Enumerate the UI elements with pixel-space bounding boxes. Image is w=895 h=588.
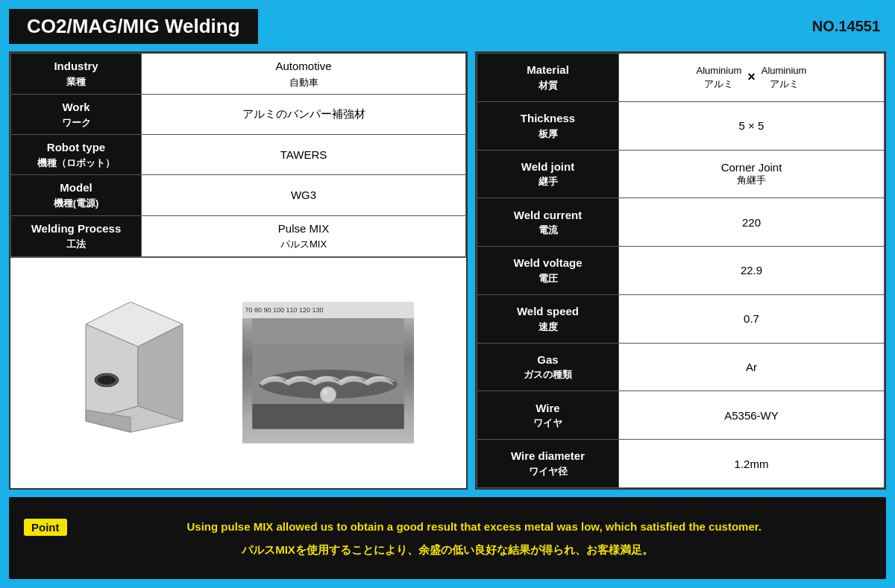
right-label-cell: Weld voltage電圧 — [477, 247, 619, 295]
right-label-cell: Gasガスの種類 — [477, 343, 619, 391]
left-label-cell: Welding Process工法 — [11, 215, 142, 256]
right-table-row: Thickness板厚5 × 5 — [477, 101, 885, 150]
point-text-japanese: パルスMIXを使用することにより、余盛の低い良好な結果が得られ、お客様満足。 — [24, 543, 871, 557]
right-info-table: Material材質 Aluminium アルミ × Aluminium アルミ… — [477, 53, 885, 488]
right-label-cell: Weld joint継手 — [477, 150, 619, 198]
left-value-cell: Pulse MIXパルスMIX — [142, 215, 466, 256]
left-table-row: Industry業種Automotive自動車 — [11, 54, 466, 95]
left-value-cell: TAWERS — [142, 135, 466, 175]
svg-point-12 — [322, 390, 327, 395]
left-label-cell: Workワーク — [11, 95, 142, 135]
left-table-row: Welding Process工法Pulse MIXパルスMIX — [11, 215, 466, 256]
right-label-cell: Material材質 — [477, 54, 619, 102]
left-value-cell: Automotive自動車 — [142, 54, 466, 95]
point-row: Point Using pulse MIX allowed us to obta… — [24, 519, 871, 536]
point-badge: Point — [24, 519, 67, 536]
left-label-cell: Robot type機種（ロボット） — [11, 135, 142, 175]
right-table-row: Wire diameterワイヤ径1.2mm — [477, 440, 885, 488]
right-value-cell: 220 — [619, 198, 885, 247]
right-value-cell: Ar — [619, 343, 885, 391]
right-value-cell: A5356-WY — [619, 391, 885, 440]
right-table-row: WireワイヤA5356-WY — [477, 391, 885, 440]
right-label-cell: Wireワイヤ — [477, 391, 619, 440]
right-table-row: Gasガスの種類Ar — [477, 343, 885, 391]
bottom-panel: Point Using pulse MIX allowed us to obta… — [9, 497, 886, 579]
images-area: 70 80 90 100 110 120 130 — [10, 257, 466, 488]
weld-photo: 70 80 90 100 110 120 130 — [242, 302, 414, 443]
left-panel: Industry業種Automotive自動車Workワークアルミのバンパー補強… — [9, 51, 468, 490]
right-table-row: Weld current電流220 — [477, 198, 885, 247]
page-title: CO2/MAG/MIG Welding — [9, 9, 258, 44]
right-panel: Material材質 Aluminium アルミ × Aluminium アルミ… — [475, 51, 886, 490]
right-label-cell: Wire diameterワイヤ径 — [477, 440, 619, 488]
cad-image — [63, 302, 227, 443]
main-content: Industry業種Automotive自動車Workワークアルミのバンパー補強… — [9, 51, 886, 490]
right-value-cell: Corner Joint角継手 — [619, 150, 885, 198]
point-text-english: Using pulse MIX allowed us to obtain a g… — [78, 519, 872, 536]
header: CO2/MAG/MIG Welding NO.14551 — [9, 9, 886, 44]
left-label-cell: Industry業種 — [11, 54, 142, 95]
right-table-row: Material材質 Aluminium アルミ × Aluminium アルミ — [477, 54, 885, 102]
left-info-table: Industry業種Automotive自動車Workワークアルミのバンパー補強… — [10, 53, 466, 257]
left-value-cell: アルミのバンパー補強材 — [142, 95, 466, 135]
left-table-row: Workワークアルミのバンパー補強材 — [11, 95, 466, 135]
right-value-cell: Aluminium アルミ × Aluminium アルミ — [619, 54, 885, 102]
left-label-cell: Model機種(電源) — [11, 175, 142, 215]
left-value-cell: WG3 — [142, 175, 466, 215]
svg-rect-13 — [252, 404, 403, 429]
right-table-row: Weld joint継手Corner Joint角継手 — [477, 150, 885, 198]
ruler-bar: 70 80 90 100 110 120 130 — [242, 302, 414, 318]
right-value-cell: 1.2mm — [619, 440, 885, 488]
right-table-row: Weld voltage電圧22.9 — [477, 247, 885, 295]
svg-point-11 — [320, 387, 336, 402]
svg-point-7 — [98, 376, 116, 385]
right-label-cell: Weld speed速度 — [477, 294, 619, 343]
right-label-cell: Weld current電流 — [477, 198, 619, 247]
doc-number: NO.14551 — [812, 18, 880, 35]
right-table-row: Weld speed速度0.7 — [477, 294, 885, 343]
right-value-cell: 0.7 — [619, 294, 885, 343]
left-table-row: Robot type機種（ロボット）TAWERS — [11, 135, 466, 175]
right-value-cell: 5 × 5 — [619, 101, 885, 150]
right-value-cell: 22.9 — [619, 247, 885, 295]
right-label-cell: Thickness板厚 — [477, 101, 619, 150]
left-table-row: Model機種(電源)WG3 — [11, 175, 466, 215]
svg-rect-9 — [252, 318, 403, 344]
